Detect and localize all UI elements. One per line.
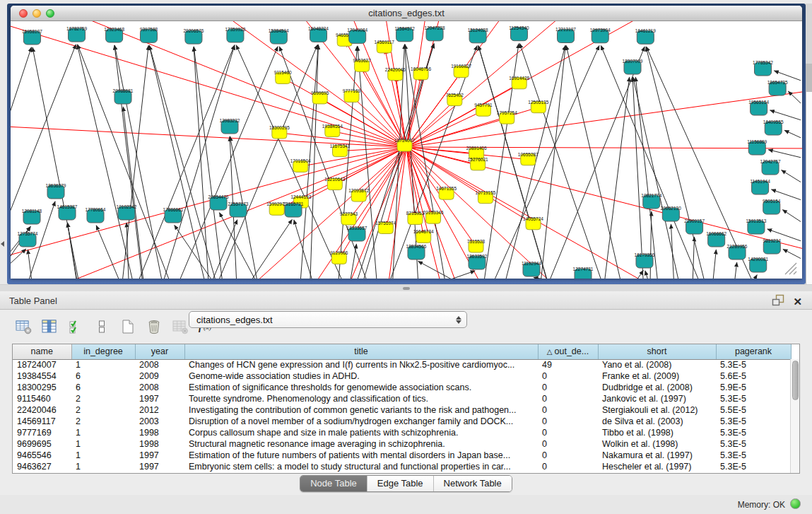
cell-year[interactable]: 1997 [135, 461, 184, 472]
panel-splitter[interactable] [0, 284, 812, 291]
cell-name[interactable]: 22420046 [13, 404, 71, 416]
cell-year[interactable]: 2009 [135, 370, 184, 382]
table-selector-dropdown[interactable]: citations_edges.txt [189, 311, 467, 328]
cell-in_degree[interactable]: 1 [71, 461, 135, 472]
cell-name[interactable]: 18724007 [13, 359, 71, 370]
table-row[interactable]: 946362711997Embryonic stem cells: a mode… [13, 461, 791, 472]
black-edge[interactable] [489, 45, 599, 279]
black-edge[interactable] [219, 213, 257, 279]
cell-pagerank[interactable]: 5.3E-5 [716, 450, 791, 461]
column-header-out_de[interactable]: △out_de... [538, 344, 598, 359]
black-edge[interactable] [545, 47, 645, 279]
cell-name[interactable]: 14569117 [13, 416, 71, 427]
black-edge[interactable] [194, 47, 223, 279]
cell-out_de[interactable]: 0 [538, 427, 598, 438]
black-edge[interactable] [712, 250, 716, 279]
red-edge[interactable] [406, 21, 529, 147]
cell-in_degree[interactable]: 1 [71, 450, 135, 461]
black-edge[interactable] [752, 275, 758, 279]
cell-title[interactable]: Genome-wide association studies in ADHD. [184, 370, 538, 382]
black-edge[interactable] [768, 150, 801, 158]
cell-out_de[interactable]: 0 [538, 393, 598, 404]
cell-out_de[interactable]: 0 [538, 370, 598, 382]
row-options-button[interactable] [93, 317, 111, 336]
black-edge[interactable] [175, 225, 215, 279]
cell-year[interactable]: 2008 [135, 359, 184, 370]
black-edge[interactable] [136, 45, 234, 279]
float-panel-button[interactable] [772, 294, 784, 309]
cell-title[interactable]: Tourette syndrome. Phenomenology and cla… [184, 393, 538, 404]
black-edge[interactable] [635, 77, 658, 279]
cell-title[interactable]: Investigating the contribution of common… [184, 404, 538, 416]
create-column-button[interactable] [119, 317, 137, 336]
cell-short[interactable]: Hescheler et al. (1997) [598, 461, 716, 472]
close-panel-button[interactable]: ✕ [793, 296, 802, 308]
cell-in_degree[interactable]: 6 [71, 370, 135, 382]
cell-in_degree[interactable]: 2 [71, 416, 135, 427]
cell-in_degree[interactable]: 1 [71, 438, 135, 450]
cell-pagerank[interactable]: 5.3E-5 [716, 438, 791, 450]
cell-pagerank[interactable]: 5.3E-5 [716, 461, 791, 472]
black-edge[interactable] [632, 77, 643, 279]
cell-name[interactable]: 9699695 [13, 438, 71, 450]
cell-name[interactable]: 19384554 [13, 370, 71, 382]
cell-title[interactable]: Corpus callosum shape and size in male p… [184, 427, 538, 438]
black-edge[interactable] [566, 45, 623, 279]
cell-out_de[interactable]: 0 [538, 404, 598, 416]
table-row[interactable]: 1830029562008Estimation of significance … [13, 382, 791, 393]
cell-short[interactable]: Wolkin et al. (1998) [598, 438, 716, 450]
black-edge[interactable] [96, 226, 121, 279]
black-edge[interactable] [646, 47, 706, 279]
cell-name[interactable]: 9115460 [13, 393, 71, 404]
tab-network-table[interactable]: Network Table [433, 476, 512, 491]
black-edge[interactable] [350, 244, 357, 279]
black-edge[interactable] [534, 277, 575, 279]
cell-name[interactable]: 9465546 [13, 450, 71, 461]
canvas-resize-grip[interactable] [785, 263, 796, 274]
black-edge[interactable] [634, 270, 643, 279]
red-edge[interactable] [406, 147, 767, 279]
black-edge[interactable] [782, 210, 801, 222]
cell-year[interactable]: 1997 [135, 450, 184, 461]
column-header-title[interactable]: title [184, 344, 538, 359]
cell-short[interactable]: Franke et al. (2009) [598, 370, 716, 382]
tab-node-table[interactable]: Node Table [300, 476, 367, 491]
black-edge[interactable] [784, 130, 801, 138]
cell-out_de[interactable]: 0 [538, 438, 598, 450]
table-vertical-scrollbar[interactable] [790, 359, 799, 473]
cell-year[interactable]: 1998 [135, 427, 184, 438]
black-edge[interactable] [774, 71, 801, 81]
black-edge[interactable] [693, 237, 694, 279]
black-edge[interactable] [11, 249, 26, 279]
table-row[interactable]: 946554611997Estimation of the future num… [13, 450, 791, 461]
cell-short[interactable]: Yano et al. (2008) [598, 359, 716, 370]
cell-title[interactable]: Estimation of the future numbers of pati… [184, 450, 538, 461]
cell-name[interactable]: 18300295 [13, 382, 71, 393]
column-header-pagerank[interactable]: pagerank [716, 344, 791, 359]
network-window-titlebar[interactable]: citations_edges.txt [11, 6, 802, 21]
black-edge[interactable] [338, 46, 357, 279]
cell-pagerank[interactable]: 5.5E-5 [716, 404, 791, 416]
table-mode-button[interactable] [14, 317, 33, 336]
cell-short[interactable]: de Silva et al. (2003) [598, 416, 716, 427]
black-edge[interactable] [33, 47, 80, 279]
cell-year[interactable]: 1997 [135, 393, 184, 404]
cell-name[interactable]: 9463627 [13, 461, 71, 472]
cell-year[interactable]: 2008 [135, 382, 184, 393]
column-header-in_degree[interactable]: in_degree [71, 344, 135, 359]
column-header-year[interactable]: year [135, 344, 184, 359]
cell-title[interactable]: Estimation of significance thresholds fo… [184, 382, 538, 393]
black-edge[interactable] [211, 220, 237, 279]
cell-title[interactable]: Changes of HCN gene expression and I(f) … [184, 359, 538, 370]
column-header-short[interactable]: short [598, 344, 716, 359]
table-row[interactable]: 2242004622012Investigating the contribut… [13, 404, 791, 416]
cell-out_de[interactable]: 0 [538, 461, 598, 472]
table-row[interactable]: 1938455462009Genome-wide association stu… [13, 370, 791, 382]
cell-in_degree[interactable]: 1 [71, 359, 135, 370]
cell-out_de[interactable]: 0 [538, 450, 598, 461]
cell-year[interactable]: 1998 [135, 438, 184, 450]
cell-title[interactable]: Structural magnetic resonance image aver… [184, 438, 538, 450]
cell-in_degree[interactable]: 2 [71, 393, 135, 404]
cell-short[interactable]: Tibbo et al. (1998) [598, 427, 716, 438]
select-columns-button[interactable] [66, 317, 85, 336]
